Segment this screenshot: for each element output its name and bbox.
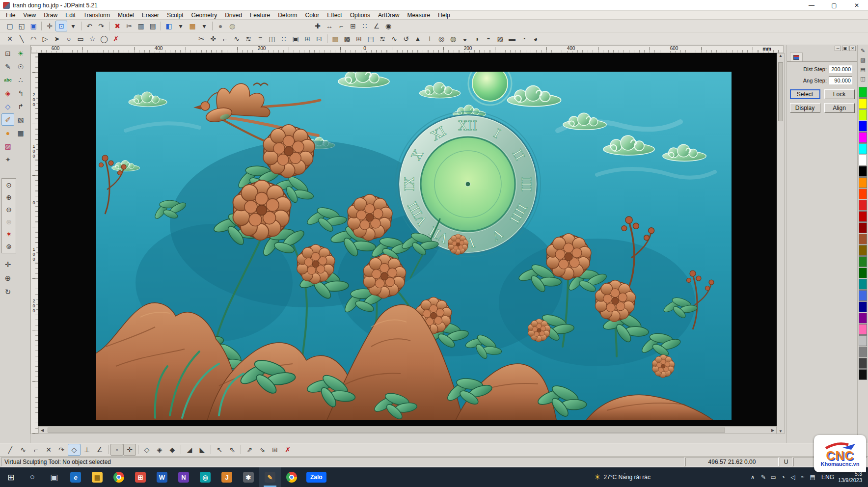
vertical-scroll-thumb[interactable] (778, 62, 783, 121)
text-tool-icon[interactable]: abc (1, 74, 14, 86)
sculpt-brush-icon[interactable]: ✐ (1, 113, 14, 126)
pen-input-icon[interactable]: ✎ (759, 471, 768, 484)
network-icon[interactable]: ≈ (798, 471, 808, 484)
menu-deform[interactable]: Deform (274, 11, 301, 19)
material-dropdown-icon[interactable]: ▾ (198, 21, 210, 31)
save-file-icon[interactable]: ▣ (27, 21, 39, 31)
menu-transform[interactable]: Transform (80, 11, 114, 19)
delete-selection-icon[interactable]: ✖ (111, 21, 123, 31)
color-swatch-4[interactable] (859, 132, 867, 143)
emboss-tool-icon[interactable]: ◒ (459, 33, 471, 44)
menu-feature[interactable]: Feature (246, 11, 274, 19)
stitch-rows-icon[interactable]: ▤ (365, 33, 377, 44)
menu-view[interactable]: View (19, 11, 40, 19)
cursor-plain-icon[interactable]: ↖ (213, 444, 226, 456)
zoom-magnifier-icon[interactable]: ⊕ (1, 272, 14, 284)
move-origin-icon[interactable]: ✛ (44, 21, 55, 31)
dev-tool[interactable]: ✱ (238, 467, 259, 487)
color-swatch-1[interactable] (859, 98, 867, 109)
select-button[interactable]: Select (790, 89, 820, 99)
revolve-tool-icon[interactable]: ↺ (400, 33, 412, 44)
align-button[interactable]: Align (824, 103, 855, 113)
select-dropdown-icon[interactable]: ▾ (67, 21, 79, 31)
maximize-button[interactable]: ▢ (823, 0, 845, 10)
zoom-mark-icon[interactable]: ✶ (2, 228, 15, 240)
task-view-button[interactable]: ▣ (43, 467, 65, 487)
dot-snap-icon[interactable]: ◦ (110, 444, 123, 456)
paint-bucket-icon[interactable]: ● (1, 127, 14, 139)
menu-sculpt[interactable]: Sculpt (163, 11, 187, 19)
taskbar-weather[interactable]: ☀ 27°C Nắng rải rác (594, 467, 651, 487)
smooth-tool-icon[interactable]: ◑ (471, 33, 483, 44)
scroll-left-icon[interactable]: ◀ (39, 428, 46, 433)
diamond-hollow-icon[interactable]: ◇ (140, 444, 153, 456)
grid-tool-icon[interactable]: ▦ (14, 127, 27, 139)
zoom-in-icon[interactable]: ⊕ (2, 191, 15, 203)
undo-icon[interactable]: ↶ (83, 21, 95, 31)
photos-app[interactable]: ⊞ (130, 467, 151, 487)
render-show-icon[interactable]: ◕ (530, 33, 542, 44)
color-swatch-25[interactable] (859, 369, 867, 380)
cut-icon[interactable]: ✂ (123, 21, 135, 31)
erase-curve-icon[interactable]: ✕ (4, 33, 16, 44)
rectangle-tool-icon[interactable]: ▭ (75, 33, 86, 44)
palette-mirror-icon[interactable]: ◫ (859, 74, 868, 83)
perpendicular-snap-icon[interactable]: ⊥ (81, 444, 93, 456)
bring-front-icon[interactable]: ↱ (14, 100, 27, 112)
render-hide-icon[interactable]: ◔ (518, 33, 530, 44)
ellipse-tool-icon[interactable]: ○ (63, 33, 75, 44)
smooth-node-icon[interactable]: ∿ (231, 33, 243, 44)
menu-color[interactable]: Color (301, 11, 324, 19)
ang-step-input[interactable]: 90.000 (829, 76, 852, 84)
link-curves-icon[interactable]: ⊞ (301, 33, 313, 44)
cross-draw-icon[interactable]: ✕ (42, 444, 55, 456)
array-dots-icon[interactable]: ∷ (359, 21, 371, 31)
material-palette-icon[interactable]: ▦ (187, 21, 198, 31)
cloud-sync-icon[interactable]: ◔ (778, 471, 788, 484)
pen-tool-icon[interactable]: ✎ (1, 60, 14, 73)
color-swatch-21[interactable] (859, 324, 867, 335)
cube-tool-icon[interactable]: ▧ (14, 113, 27, 126)
menu-eraser[interactable]: Eraser (138, 11, 163, 19)
pane-maximize-button[interactable]: ▣ (842, 46, 848, 51)
chrome-browser[interactable] (108, 467, 130, 487)
volume-icon[interactable]: ◁ (788, 471, 798, 484)
node-points-icon[interactable]: ∴ (14, 74, 27, 86)
corner-frame-icon[interactable]: ⌐ (335, 21, 347, 31)
loft-surface-icon[interactable]: ≋ (377, 33, 388, 44)
magic-wand-icon[interactable]: ✦ (1, 153, 14, 165)
spline-draw-icon[interactable]: ∿ (17, 444, 29, 456)
display-button[interactable]: Display (790, 103, 820, 113)
corner-node-icon[interactable]: ⌐ (219, 33, 231, 44)
pattern-fill-icon[interactable]: ▨ (1, 140, 14, 152)
view-eye-icon[interactable]: ◉ (382, 21, 394, 31)
palette-pen-icon[interactable]: ✎ (859, 46, 868, 55)
search-button[interactable]: ○ (22, 467, 43, 487)
zoom-out-icon[interactable]: ⊖ (2, 204, 15, 216)
color-swatch-16[interactable] (859, 268, 867, 278)
star-tool-icon[interactable]: ☆ (86, 33, 98, 44)
color-swatch-8[interactable] (859, 177, 867, 188)
color-swatch-17[interactable] (859, 279, 867, 290)
polyline-draw-icon[interactable]: ⌐ (29, 444, 42, 456)
color-swatch-10[interactable] (859, 200, 867, 211)
redo-icon[interactable]: ↷ (95, 21, 107, 31)
design-canvas[interactable]: XIIIIIIIIIIIIVVIVIIVIIIIXXXI (38, 53, 777, 434)
refresh-view-icon[interactable]: ↻ (1, 286, 14, 298)
line-tool-icon[interactable]: ╲ (16, 33, 27, 44)
language-indicator[interactable]: ENG (818, 474, 837, 481)
color-swatch-19[interactable] (859, 301, 867, 312)
chrome-browser-2[interactable] (281, 467, 302, 487)
node-add-icon[interactable]: ✜ (207, 33, 219, 44)
panel-tab[interactable] (790, 53, 803, 61)
palette-hatch-icon[interactable]: ▨ (859, 55, 868, 64)
lamp-tool-icon[interactable]: ☉ (14, 60, 27, 73)
vertical-scrollbar[interactable]: ▲ ▼ (777, 53, 785, 434)
zoom-window-icon[interactable]: ⊙ (2, 179, 15, 191)
slope-right-icon[interactable]: ◣ (196, 444, 209, 456)
line-draw-icon[interactable]: ╱ (4, 444, 17, 456)
new-document-icon[interactable]: ▢ (4, 21, 16, 31)
inflate-tool-icon[interactable]: ◓ (483, 33, 494, 44)
zalo-app[interactable]: Zalo (302, 467, 330, 487)
polygon-draw-icon[interactable]: ◇ (68, 444, 81, 456)
